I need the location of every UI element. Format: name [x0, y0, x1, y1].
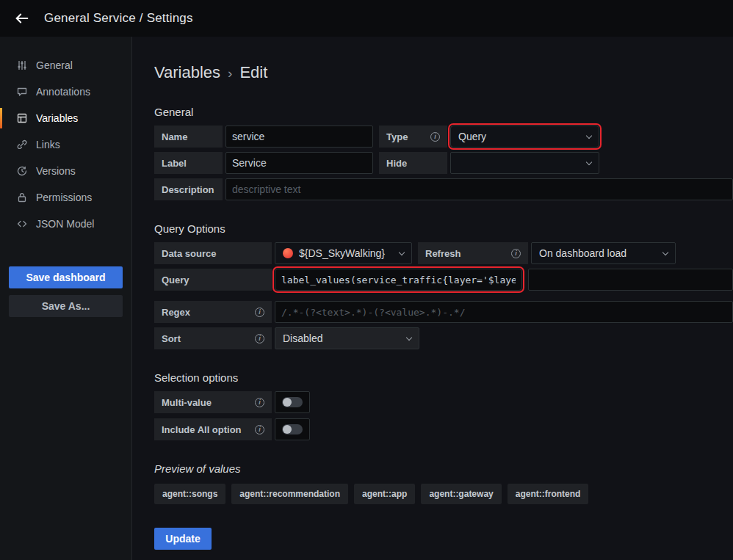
- sliders-icon: [15, 59, 29, 71]
- query-row: Query: [154, 269, 733, 291]
- sidebar-item-general[interactable]: General: [0, 52, 131, 79]
- description-row: Description: [154, 178, 733, 200]
- comment-icon: [15, 86, 29, 98]
- regex-row: Regex: [154, 301, 733, 323]
- type-label: Type: [379, 126, 447, 148]
- include-all-info-icon[interactable]: [255, 425, 264, 434]
- history-icon: [15, 165, 29, 177]
- include-all-row: Include All option: [154, 418, 733, 440]
- sort-row: Sort Disabled: [154, 327, 733, 349]
- sidebar-item-permissions[interactable]: Permissions: [0, 184, 131, 211]
- breadcrumb: Variables › Edit: [154, 63, 733, 82]
- sidebar-item-label: JSON Model: [36, 218, 94, 230]
- refresh-select-value: On dashboard load: [539, 247, 627, 259]
- query-input[interactable]: [275, 269, 522, 291]
- sort-select-value: Disabled: [283, 332, 322, 344]
- sidebar-item-label: Annotations: [36, 86, 90, 98]
- label-label: Label: [154, 152, 223, 174]
- include-all-label: Include All option: [154, 418, 272, 440]
- multi-value-toggle[interactable]: [275, 391, 310, 413]
- query-label: Query: [154, 269, 272, 291]
- multi-value-label: Multi-value: [154, 391, 272, 413]
- chevron-down-icon: [406, 334, 412, 340]
- type-select[interactable]: Query: [450, 126, 599, 148]
- code-icon: [15, 218, 29, 230]
- name-label: Name: [154, 126, 223, 148]
- preview-chip: agent::recommendation: [231, 484, 348, 504]
- preview-chip: agent::frontend: [508, 484, 589, 504]
- sidebar-item-label: Versions: [36, 165, 76, 177]
- query-row-filler[interactable]: [528, 269, 733, 291]
- arrow-left-icon: [14, 10, 30, 26]
- datasource-icon: [283, 248, 293, 258]
- preview-chip: agent::songs: [154, 484, 225, 504]
- sidebar-item-label: Permissions: [36, 192, 92, 203]
- lock-icon: [15, 192, 29, 203]
- preview-chip: agent::gateway: [421, 484, 501, 504]
- preview-values: agent::songs agent::recommendation agent…: [154, 484, 733, 504]
- multi-value-info-icon[interactable]: [255, 398, 264, 407]
- hide-label: Hide: [379, 152, 447, 174]
- sidebar-item-versions[interactable]: Versions: [0, 158, 131, 184]
- sidebar-item-variables[interactable]: Variables: [0, 105, 131, 131]
- preview-title: Preview of values: [154, 462, 733, 475]
- data-source-select[interactable]: ${DS_SkyWalking}: [275, 242, 412, 264]
- multi-value-row: Multi-value: [154, 391, 733, 413]
- chevron-down-icon: [586, 132, 592, 138]
- breadcrumb-separator: ›: [228, 65, 232, 81]
- type-select-value: Query: [458, 131, 486, 142]
- query-options-title: Query Options: [154, 222, 733, 235]
- page-title: General Service / Settings: [44, 11, 193, 26]
- save-dashboard-button[interactable]: Save dashboard: [9, 266, 123, 288]
- link-icon: [15, 139, 29, 150]
- regex-input[interactable]: [275, 301, 733, 323]
- settings-sidebar: General Annotations Variables: [0, 37, 132, 560]
- toggle-knob: [283, 425, 292, 434]
- name-type-row: Name Type Query: [154, 126, 733, 148]
- sort-info-icon[interactable]: [255, 334, 264, 343]
- chevron-down-icon: [399, 249, 405, 255]
- preview-chip: agent::app: [354, 484, 415, 504]
- name-input[interactable]: [225, 126, 373, 148]
- sort-select[interactable]: Disabled: [275, 327, 419, 349]
- update-button[interactable]: Update: [154, 528, 212, 550]
- label-hide-row: Label Hide: [154, 152, 733, 174]
- refresh-label: Refresh: [418, 242, 528, 264]
- regex-label: Regex: [154, 301, 272, 323]
- toggle-track: [282, 424, 303, 434]
- sidebar-item-label: Links: [36, 139, 60, 150]
- toggle-knob: [283, 398, 292, 407]
- save-as-button[interactable]: Save As...: [9, 295, 123, 317]
- selection-options-title: Selection options: [154, 371, 733, 384]
- sidebar-item-label: Variables: [36, 112, 78, 124]
- breadcrumb-section[interactable]: Variables: [154, 63, 220, 82]
- data-source-label: Data source: [154, 242, 272, 264]
- back-button[interactable]: [12, 8, 32, 29]
- sidebar-item-links[interactable]: Links: [0, 131, 131, 158]
- chevron-down-icon: [662, 249, 668, 255]
- description-label: Description: [154, 178, 223, 200]
- regex-info-icon[interactable]: [255, 308, 264, 317]
- sidebar-item-annotations[interactable]: Annotations: [0, 79, 131, 105]
- hide-select[interactable]: [450, 152, 599, 174]
- chevron-down-icon: [586, 159, 592, 164]
- description-input[interactable]: [225, 178, 733, 200]
- label-input[interactable]: [225, 152, 373, 174]
- refresh-info-icon[interactable]: [511, 249, 521, 258]
- sidebar-item-json-model[interactable]: JSON Model: [0, 211, 131, 237]
- app-header: General Service / Settings: [0, 0, 733, 37]
- type-info-icon[interactable]: [430, 132, 440, 142]
- grid-icon: [15, 112, 29, 124]
- toggle-track: [282, 397, 303, 407]
- data-source-value: ${DS_SkyWalking}: [299, 247, 385, 259]
- sort-label: Sort: [154, 327, 272, 349]
- include-all-toggle[interactable]: [275, 418, 310, 440]
- main-content: Variables › Edit General Name Type Query…: [132, 37, 733, 560]
- data-source-row: Data source ${DS_SkyWalking} Refresh On …: [154, 242, 733, 264]
- refresh-select[interactable]: On dashboard load: [531, 242, 676, 264]
- breadcrumb-page: Edit: [239, 63, 267, 82]
- general-section-title: General: [154, 106, 733, 118]
- sidebar-item-label: General: [36, 59, 73, 71]
